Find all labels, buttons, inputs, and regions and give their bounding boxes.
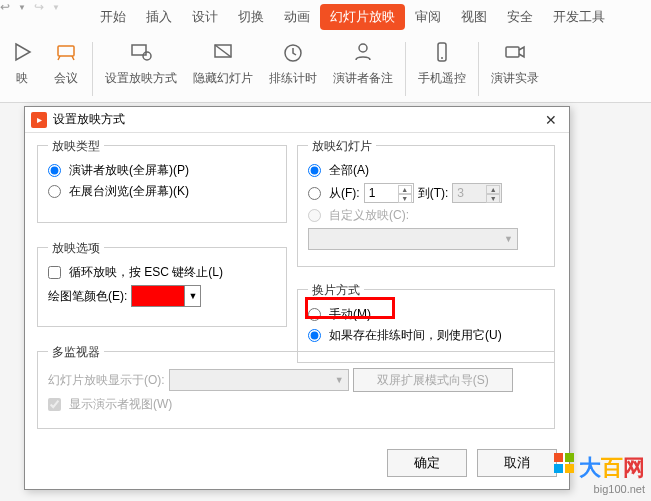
- person-icon: [349, 38, 377, 66]
- watermark-char: 网: [623, 455, 645, 480]
- svg-point-3: [143, 52, 151, 60]
- timings-label: 如果存在排练时间，则使用它(U): [329, 327, 502, 344]
- monitor-group: 多监视器 幻灯片放映显示于(O): ▼ 双屏扩展模式向导(S) 显示演示者视图(…: [37, 351, 555, 429]
- qat-undo-icon[interactable]: ↩: [0, 0, 10, 14]
- tab-slideshow[interactable]: 幻灯片放映: [320, 4, 405, 30]
- loop-checkbox[interactable]: 循环放映，按 ESC 键终止(L): [48, 264, 223, 281]
- ribbon-hide-button[interactable]: 隐藏幻灯片: [185, 38, 261, 100]
- presenter-view-checkbox: 显示演示者视图(W): [48, 396, 172, 413]
- dialog-titlebar[interactable]: ▸ 设置放映方式 ✕: [25, 107, 569, 133]
- svg-marker-0: [16, 44, 30, 60]
- play-icon: [8, 38, 36, 66]
- to-label: 到(T):: [418, 185, 449, 202]
- show-options-title: 放映选项: [48, 240, 104, 257]
- ribbon-hide-label: 隐藏幻灯片: [193, 70, 253, 87]
- to-spinner[interactable]: 3▲▼: [452, 183, 502, 203]
- ok-button[interactable]: 确定: [387, 449, 467, 477]
- ribbon-setup-label: 设置放映方式: [105, 70, 177, 87]
- dual-screen-button[interactable]: 双屏扩展模式向导(S): [353, 368, 513, 392]
- ribbon-tabs: 开始 插入 设计 切换 动画 幻灯片放映 审阅 视图 安全 开发工具: [90, 4, 615, 30]
- ribbon-mobile-button[interactable]: 手机遥控: [410, 38, 474, 100]
- show-type-group: 放映类型 演讲者放映(全屏幕)(P) 在展台浏览(全屏幕)(K): [37, 145, 287, 223]
- svg-rect-14: [565, 464, 574, 473]
- ribbon-rehearse-button[interactable]: 排练计时: [261, 38, 325, 100]
- ribbon-meeting-button[interactable]: 会议: [44, 38, 88, 100]
- loop-label: 循环放映，按 ESC 键终止(L): [69, 264, 223, 281]
- advance-title: 换片方式: [308, 282, 364, 299]
- ribbon-mobile-label: 手机遥控: [418, 70, 466, 87]
- from-radio[interactable]: 从(F):: [308, 185, 360, 202]
- qat-dropdown2-icon[interactable]: ▼: [52, 3, 60, 12]
- watermark-sub: big100.net: [554, 483, 645, 495]
- to-value: 3: [457, 186, 464, 200]
- tab-view[interactable]: 视图: [451, 4, 497, 30]
- svg-rect-10: [506, 47, 519, 57]
- from-spinner[interactable]: 1▲▼: [364, 183, 414, 203]
- ribbon-meeting-label: 会议: [54, 70, 78, 87]
- hide-icon: [209, 38, 237, 66]
- watermark-logo-icon: [554, 453, 576, 478]
- cancel-button[interactable]: 取消: [477, 449, 557, 477]
- show-type-title: 放映类型: [48, 138, 104, 155]
- ribbon-record-button[interactable]: 演讲实录: [483, 38, 547, 100]
- tab-review[interactable]: 审阅: [405, 4, 451, 30]
- ribbon-separator: [92, 42, 93, 96]
- pen-color-label: 绘图笔颜色(E):: [48, 288, 127, 305]
- ribbon-notes-button[interactable]: 演讲者备注: [325, 38, 401, 100]
- browse-label: 在展台浏览(全屏幕)(K): [69, 183, 189, 200]
- watermark-char: 大: [579, 455, 601, 480]
- chevron-down-icon: ▼: [504, 234, 513, 244]
- ribbon-notes-label: 演讲者备注: [333, 70, 393, 87]
- svg-rect-1: [58, 46, 74, 56]
- ribbon-commands: 映 会议 设置放映方式 隐藏幻灯片 排练计时 演讲者备注 手机遥控: [0, 32, 651, 102]
- svg-point-9: [441, 57, 443, 59]
- monitor-title: 多监视器: [48, 344, 104, 361]
- browse-radio[interactable]: 在展台浏览(全屏幕)(K): [48, 183, 189, 200]
- pen-color-picker[interactable]: ▼: [131, 285, 201, 307]
- meeting-icon: [52, 38, 80, 66]
- dialog-icon: ▸: [31, 112, 47, 128]
- all-label: 全部(A): [329, 162, 369, 179]
- svg-point-7: [359, 44, 367, 52]
- setup-show-dialog: ▸ 设置放映方式 ✕ 放映类型 演讲者放映(全屏幕)(P) 在展台浏览(全屏幕)…: [24, 106, 570, 490]
- ribbon-separator: [478, 42, 479, 96]
- tab-start[interactable]: 开始: [90, 4, 136, 30]
- from-value: 1: [369, 186, 376, 200]
- tab-devtools[interactable]: 开发工具: [543, 4, 615, 30]
- from-label: 从(F):: [329, 185, 360, 202]
- manual-radio[interactable]: 手动(M): [308, 306, 371, 323]
- watermark: 大百网 big100.net: [554, 453, 645, 495]
- tab-design[interactable]: 设计: [182, 4, 228, 30]
- clock-icon: [279, 38, 307, 66]
- show-slides-title: 放映幻灯片: [308, 138, 376, 155]
- ribbon-play-button[interactable]: 映: [0, 38, 44, 100]
- tab-transition[interactable]: 切换: [228, 4, 274, 30]
- custom-select: ▼: [308, 228, 518, 250]
- presenter-label: 演讲者放映(全屏幕)(P): [69, 162, 189, 179]
- custom-radio: 自定义放映(C):: [308, 207, 409, 224]
- color-swatch: [132, 286, 184, 306]
- tab-insert[interactable]: 插入: [136, 4, 182, 30]
- chevron-down-icon: ▼: [184, 286, 200, 306]
- svg-line-5: [215, 45, 231, 57]
- tab-animation[interactable]: 动画: [274, 4, 320, 30]
- svg-rect-11: [554, 453, 563, 462]
- svg-rect-12: [565, 453, 574, 462]
- ribbon-separator: [405, 42, 406, 96]
- manual-label: 手动(M): [329, 306, 371, 323]
- svg-rect-13: [554, 464, 563, 473]
- tab-security[interactable]: 安全: [497, 4, 543, 30]
- presenter-radio[interactable]: 演讲者放映(全屏幕)(P): [48, 162, 189, 179]
- watermark-char: 百: [601, 455, 623, 480]
- timings-radio[interactable]: 如果存在排练时间，则使用它(U): [308, 327, 502, 344]
- all-radio[interactable]: 全部(A): [308, 162, 369, 179]
- qat-dropdown-icon[interactable]: ▼: [18, 3, 26, 12]
- camera-icon: [501, 38, 529, 66]
- display-select: ▼: [169, 369, 349, 391]
- close-button[interactable]: ✕: [539, 110, 563, 130]
- phone-icon: [428, 38, 456, 66]
- ribbon-setup-button[interactable]: 设置放映方式: [97, 38, 185, 100]
- qat-redo-icon[interactable]: ↪: [34, 0, 44, 14]
- show-options-group: 放映选项 循环放映，按 ESC 键终止(L) 绘图笔颜色(E): ▼: [37, 247, 287, 327]
- dialog-body: 放映类型 演讲者放映(全屏幕)(P) 在展台浏览(全屏幕)(K) 放映幻灯片 全…: [25, 133, 569, 489]
